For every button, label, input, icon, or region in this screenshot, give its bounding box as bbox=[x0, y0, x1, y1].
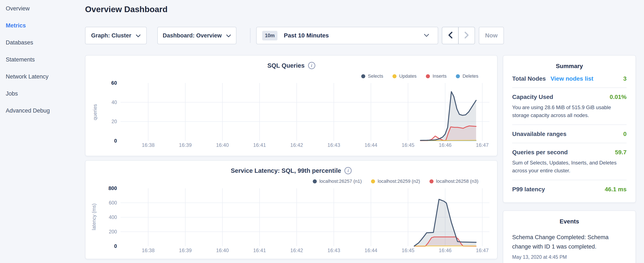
svg-text:16:40: 16:40 bbox=[216, 247, 229, 253]
dashboard-dropdown[interactable]: Dashboard: Overview bbox=[157, 27, 236, 44]
svg-text:16:42: 16:42 bbox=[290, 142, 303, 148]
svg-text:16:38: 16:38 bbox=[142, 247, 154, 253]
graph-dropdown[interactable]: Graph: Cluster bbox=[85, 27, 147, 44]
legend-item-n3[interactable]: localhost:26258 (n3) bbox=[430, 178, 478, 184]
toolbar: Graph: Cluster Dashboard: Overview 10m P… bbox=[85, 27, 532, 44]
svg-text:0: 0 bbox=[114, 138, 117, 144]
summary-label: Total Nodes bbox=[512, 75, 546, 82]
svg-text:800: 800 bbox=[108, 185, 117, 191]
legend-label: Deletes bbox=[462, 73, 478, 79]
series-dot bbox=[426, 74, 430, 78]
legend-item-deletes[interactable]: Deletes bbox=[456, 73, 478, 79]
legend-item-selects[interactable]: Selects bbox=[361, 73, 383, 79]
summary-row-capacity-used: Capacity Used 0.01% You are using 28.6 M… bbox=[512, 88, 626, 125]
summary-note: You are using 28.6 MiB of 515.9 GiB usab… bbox=[512, 103, 626, 119]
summary-label: P99 latency bbox=[512, 186, 545, 193]
summary-title: Summary bbox=[512, 63, 626, 70]
info-icon[interactable]: i bbox=[308, 62, 315, 69]
sidebar: Overview Metrics Databases Statements Ne… bbox=[0, 0, 85, 119]
legend-item-n2[interactable]: localhost:26259 (n2) bbox=[371, 178, 420, 184]
legend-item-n1[interactable]: localhost:26257 (n1) bbox=[313, 178, 362, 184]
svg-text:16:46: 16:46 bbox=[439, 247, 452, 253]
summary-row-p99-latency: P99 latency 46.1 ms bbox=[512, 180, 626, 198]
svg-text:400: 400 bbox=[109, 214, 117, 220]
svg-text:40: 40 bbox=[112, 100, 117, 105]
svg-text:16:45: 16:45 bbox=[402, 142, 414, 148]
summary-value: 3 bbox=[623, 75, 626, 82]
view-nodes-list-link[interactable]: View nodes list bbox=[550, 75, 594, 82]
time-forward-button[interactable] bbox=[458, 27, 474, 44]
event-text: Schema Change Completed: Schema change w… bbox=[512, 232, 626, 251]
toolbar-divider bbox=[250, 28, 250, 43]
events-panel: Events Schema Change Completed: Schema c… bbox=[503, 210, 636, 263]
chevron-down-icon bbox=[424, 34, 429, 38]
svg-text:200: 200 bbox=[109, 229, 117, 234]
page-title: Overview Dashboard bbox=[85, 5, 168, 14]
sidebar-item-advanced-debug[interactable]: Advanced Debug bbox=[0, 102, 85, 119]
service-latency-plot[interactable]: 020040060080016:3816:3916:4016:4116:4216… bbox=[86, 184, 498, 255]
sidebar-item-network-latency[interactable]: Network Latency bbox=[0, 68, 85, 85]
time-range-label: Past 10 Minutes bbox=[284, 32, 329, 39]
series-dot bbox=[392, 74, 396, 78]
sql-queries-plot[interactable]: 020406016:3816:3916:4016:4116:4216:4316:… bbox=[86, 79, 498, 149]
svg-text:16:41: 16:41 bbox=[253, 142, 266, 148]
svg-text:16:40: 16:40 bbox=[216, 142, 229, 148]
svg-text:600: 600 bbox=[109, 200, 117, 205]
sidebar-item-overview[interactable]: Overview bbox=[0, 0, 85, 17]
svg-text:16:44: 16:44 bbox=[365, 142, 378, 148]
summary-label: Queries per second bbox=[512, 149, 568, 156]
summary-value: 0.01% bbox=[610, 94, 626, 100]
sidebar-item-metrics[interactable]: Metrics bbox=[0, 17, 85, 34]
svg-text:16:47: 16:47 bbox=[476, 142, 488, 148]
legend-label: Selects bbox=[368, 73, 383, 79]
svg-text:16:38: 16:38 bbox=[142, 142, 154, 148]
legend-label: Updates bbox=[399, 73, 416, 79]
service-latency-chart-card: Service Latency: SQL, 99th percentile i … bbox=[85, 160, 498, 259]
summary-row-unavailable-ranges: Unavailable ranges 0 bbox=[512, 125, 626, 143]
legend-item-updates[interactable]: Updates bbox=[392, 73, 416, 79]
summary-row-queries-per-second: Queries per second 59.7 Sum of Selects, … bbox=[512, 143, 626, 180]
chart-title: Service Latency: SQL, 99th percentile bbox=[231, 167, 341, 174]
chart-legend: Selects Updates Inserts Deletes bbox=[361, 73, 478, 79]
summary-label: Unavailable ranges bbox=[512, 131, 566, 137]
svg-text:16:39: 16:39 bbox=[179, 142, 192, 148]
svg-text:16:39: 16:39 bbox=[179, 247, 192, 253]
time-range-selector[interactable]: 10m Past 10 Minutes bbox=[256, 27, 438, 44]
now-button-label: Now bbox=[485, 32, 498, 39]
time-shortcut-badge: 10m bbox=[262, 31, 278, 41]
legend-item-inserts[interactable]: Inserts bbox=[426, 73, 446, 79]
now-button[interactable]: Now bbox=[479, 27, 504, 44]
summary-value: 0 bbox=[623, 131, 626, 137]
summary-value: 46.1 ms bbox=[605, 186, 626, 193]
chevron-down-icon bbox=[226, 32, 231, 39]
svg-text:60: 60 bbox=[111, 80, 117, 86]
time-back-button[interactable] bbox=[442, 27, 458, 44]
svg-text:16:45: 16:45 bbox=[402, 247, 414, 253]
legend-label: localhost:26259 (n2) bbox=[378, 178, 420, 184]
sidebar-item-statements[interactable]: Statements bbox=[0, 51, 85, 68]
svg-text:20: 20 bbox=[112, 119, 117, 124]
svg-text:16:47: 16:47 bbox=[476, 247, 488, 253]
summary-label: Capacity Used bbox=[512, 94, 553, 100]
chevron-left-icon bbox=[448, 32, 453, 40]
svg-text:16:46: 16:46 bbox=[439, 142, 452, 148]
chevron-right-icon bbox=[464, 32, 469, 40]
time-pager bbox=[442, 27, 475, 44]
event-list-item: Schema Change Completed: Schema change w… bbox=[512, 232, 626, 260]
series-dot bbox=[371, 179, 375, 183]
summary-row-total-nodes: Total Nodes View nodes list 3 bbox=[512, 70, 626, 88]
series-dot bbox=[361, 74, 365, 78]
series-dot bbox=[456, 74, 460, 78]
info-icon[interactable]: i bbox=[344, 167, 352, 174]
legend-label: localhost:26258 (n3) bbox=[436, 178, 478, 184]
svg-text:16:41: 16:41 bbox=[253, 247, 266, 253]
sidebar-item-databases[interactable]: Databases bbox=[0, 34, 85, 51]
svg-text:0: 0 bbox=[114, 243, 117, 249]
dashboard-dropdown-label: Dashboard: Overview bbox=[163, 32, 222, 39]
chart-title: SQL Queries bbox=[267, 62, 304, 69]
graph-dropdown-label: Graph: Cluster bbox=[91, 32, 131, 39]
chart-legend: localhost:26257 (n1) localhost:26259 (n2… bbox=[313, 178, 478, 184]
sidebar-item-jobs[interactable]: Jobs bbox=[0, 85, 85, 102]
sql-queries-chart-card: SQL Queries i Selects Updates Inserts De… bbox=[85, 55, 498, 156]
summary-panel: Summary Total Nodes View nodes list 3 Ca… bbox=[503, 55, 636, 203]
